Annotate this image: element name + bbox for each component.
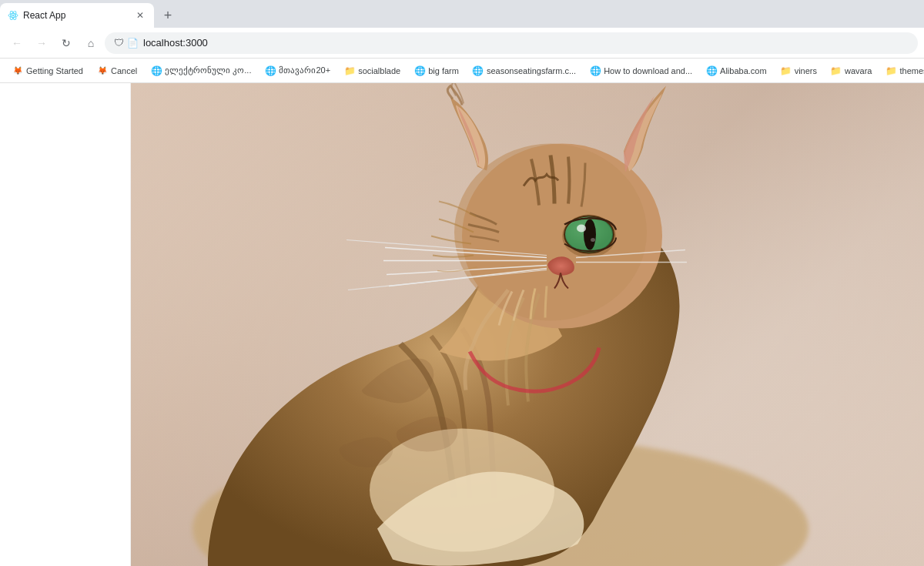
- shield-icon: 🛡: [114, 37, 124, 49]
- sidebar: [0, 83, 131, 566]
- svg-point-12: [584, 219, 596, 250]
- globe-icon: 🌐: [151, 65, 162, 76]
- bookmark-label: How to download and...: [604, 66, 692, 75]
- bookmark-alibaba[interactable]: 🌐 Alibaba.com: [700, 64, 773, 78]
- forward-button[interactable]: →: [31, 32, 52, 54]
- firefox-icon: 🦊: [12, 65, 23, 76]
- tab-bar: React App ✕ +: [0, 0, 924, 28]
- bookmark-label: Cancel: [111, 66, 137, 75]
- bookmark-label: viners: [795, 66, 817, 75]
- bookmark-how-to-download[interactable]: 🌐 How to download and...: [584, 64, 698, 78]
- refresh-button[interactable]: ↻: [55, 32, 77, 54]
- globe-icon-5: 🌐: [590, 65, 601, 76]
- bookmark-label: Getting Started: [26, 66, 83, 75]
- globe-icon-4: 🌐: [473, 65, 484, 76]
- bookmarks-bar: 🦊 Getting Started 🦊 Cancel 🌐 ელექტრონული…: [0, 59, 924, 83]
- svg-point-3: [12, 15, 14, 16]
- globe-icon-6: 🌐: [706, 65, 717, 76]
- bookmark-label: big farm: [428, 66, 459, 75]
- bookmark-label: ელექტრონული კო...: [165, 65, 251, 75]
- browser-window: React App ✕ + ← → ↻ ⌂ 🛡 📄 localhost:3000: [0, 0, 924, 566]
- page-icon: 📄: [127, 38, 139, 49]
- bookmark-seasonseating[interactable]: 🌐 seasonseatingsfarm.c...: [467, 64, 582, 78]
- bookmark-mtavari[interactable]: 🌐 მთავარი20+: [259, 64, 336, 78]
- bookmark-cancel[interactable]: 🦊 Cancel: [91, 64, 143, 78]
- globe-icon-3: 🌐: [414, 65, 425, 76]
- bookmark-wavara[interactable]: 📁 wavara: [825, 64, 878, 78]
- home-icon: ⌂: [88, 37, 94, 49]
- url-text: localhost:3000: [143, 37, 909, 49]
- bookmark-label: wavara: [845, 66, 872, 75]
- bookmark-label: მთავარი20+: [279, 65, 330, 75]
- folder-icon-2: 📁: [781, 65, 792, 76]
- firefox-icon-2: 🦊: [97, 65, 108, 76]
- page-content: [0, 83, 924, 566]
- forward-icon: →: [36, 37, 47, 49]
- address-bar-security-icons: 🛡 📄: [114, 37, 139, 49]
- nav-bar: ← → ↻ ⌂ 🛡 📄 localhost:3000: [0, 28, 924, 59]
- bookmark-socialblade[interactable]: 📁 socialblade: [338, 64, 407, 78]
- refresh-icon: ↻: [62, 37, 71, 49]
- bookmark-getting-started[interactable]: 🦊 Getting Started: [6, 64, 89, 78]
- svg-point-14: [591, 238, 595, 242]
- bookmark-label: socialblade: [358, 66, 400, 75]
- folder-icon: 📁: [344, 65, 355, 76]
- bookmark-label: seasonseatingsfarm.c...: [487, 66, 576, 75]
- bookmark-themes[interactable]: 📁 themes: [879, 64, 924, 78]
- folder-icon-3: 📁: [831, 65, 842, 76]
- back-button[interactable]: ←: [6, 32, 28, 54]
- folder-icon-4: 📁: [886, 65, 896, 76]
- active-tab[interactable]: React App ✕: [0, 3, 154, 28]
- tab-title: React App: [23, 10, 129, 21]
- tab-favicon: [8, 10, 18, 21]
- home-button[interactable]: ⌂: [80, 32, 102, 54]
- svg-point-8: [454, 144, 647, 321]
- react-icon: [8, 10, 18, 21]
- svg-point-13: [577, 225, 586, 233]
- bookmark-electronics[interactable]: 🌐 ელექტრონული კო...: [145, 64, 257, 78]
- new-tab-button[interactable]: +: [157, 5, 179, 26]
- cat-image-area: [131, 83, 924, 566]
- bookmark-label: themes: [899, 66, 924, 75]
- bookmark-label: Alibaba.com: [720, 66, 767, 75]
- bookmark-bigfarm[interactable]: 🌐 big farm: [408, 64, 465, 78]
- tab-close-button[interactable]: ✕: [134, 9, 146, 22]
- cat-illustration: [131, 83, 924, 566]
- back-icon: ←: [12, 37, 22, 49]
- address-bar[interactable]: 🛡 📄 localhost:3000: [105, 32, 918, 54]
- globe-icon-2: 🌐: [265, 65, 276, 76]
- bookmark-viners[interactable]: 📁 viners: [775, 64, 823, 78]
